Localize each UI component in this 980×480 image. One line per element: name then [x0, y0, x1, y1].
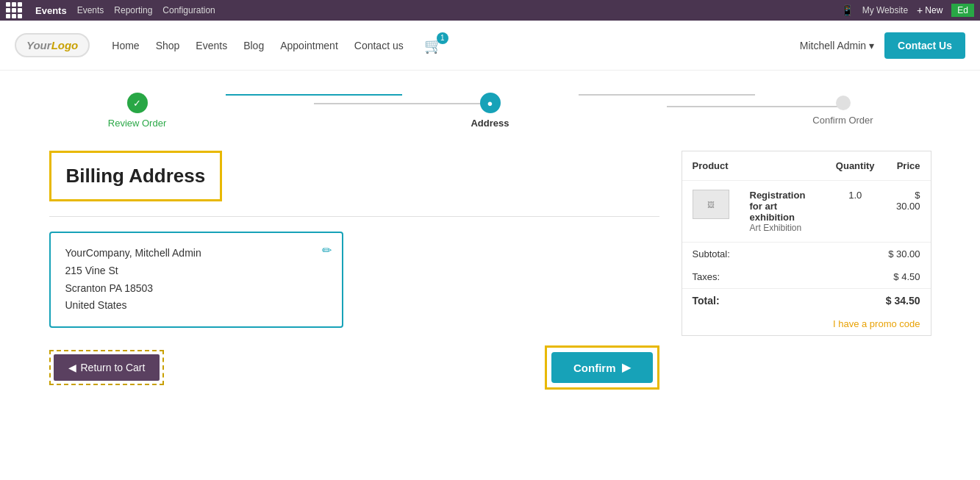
- address-card: YourCompany, Mitchell Admin 215 Vine St …: [49, 232, 343, 328]
- top-nav-events[interactable]: Events: [77, 5, 104, 15]
- address-country: United States: [65, 297, 327, 315]
- new-button[interactable]: + New: [917, 4, 943, 16]
- return-btn-wrapper: ◀ Return to Cart: [49, 350, 165, 385]
- taxes-value: $ 4.50: [893, 271, 920, 282]
- user-name: Mitchell Admin: [800, 40, 866, 51]
- subtotal-row: Subtotal: $ 30.00: [682, 243, 931, 265]
- nav-events[interactable]: Events: [196, 40, 227, 51]
- product-qty: 1.0: [826, 181, 885, 243]
- apps-menu-icon[interactable]: [6, 2, 22, 18]
- app-name[interactable]: Events: [35, 5, 67, 16]
- nav-shop[interactable]: Shop: [156, 40, 180, 51]
- nav-home[interactable]: Home: [112, 40, 139, 51]
- confirm-arrow-icon: ▶: [622, 361, 631, 374]
- website-nav-links: Home Shop Events Blog Appointment Contac…: [112, 37, 442, 54]
- step-label-confirm: Confirm Order: [812, 115, 873, 126]
- top-bar: Events Events Reporting Configuration 📱 …: [0, 0, 980, 21]
- step-connector-1: [226, 94, 402, 96]
- step-label-review: Review Order: [108, 118, 166, 129]
- cart-area[interactable]: 🛒 1: [424, 37, 443, 54]
- col-quantity: Quantity: [826, 151, 885, 181]
- address-city: Scranton PA 18503: [65, 280, 327, 298]
- logo[interactable]: Your Logo: [15, 33, 90, 57]
- step-review-order: ✓ Review Order: [49, 93, 226, 129]
- taxes-row: Taxes: $ 4.50: [682, 265, 931, 288]
- promo-code-link[interactable]: I have a promo code: [682, 312, 931, 335]
- order-table: Product Quantity Price 🖼 Registration fo…: [682, 151, 931, 243]
- order-item-row: 🖼 Registration for art exhibition Art Ex…: [682, 181, 931, 243]
- taxes-label: Taxes:: [693, 271, 720, 282]
- product-price: $ 30.00: [885, 181, 931, 243]
- step-circle-active: ●: [480, 93, 501, 113]
- logo-your: Your: [26, 39, 51, 51]
- nav-right: Mitchell Admin ▾ Contact Us: [800, 32, 965, 59]
- billing-layout: Billing Address YourCompany, Mitchell Ad…: [49, 151, 931, 390]
- product-sub: Art Exhibition: [750, 223, 815, 233]
- user-dropdown-icon: ▾: [869, 40, 874, 51]
- step-circle-done: ✓: [127, 93, 148, 113]
- billing-left: Billing Address YourCompany, Mitchell Ad…: [49, 151, 659, 390]
- confirm-btn-label: Confirm: [573, 362, 616, 374]
- step-circle-inactive: [836, 96, 851, 110]
- address-street: 215 Vine St: [65, 262, 327, 280]
- nav-contact-us[interactable]: Contact us: [354, 40, 404, 51]
- subtotal-value: $ 30.00: [888, 248, 920, 259]
- address-edit-icon[interactable]: ✏: [322, 243, 332, 257]
- step-label-address: Address: [471, 118, 509, 129]
- return-arrow-icon: ◀: [68, 362, 76, 373]
- top-nav: Events Reporting Configuration: [77, 5, 215, 15]
- confirm-btn-wrapper: Confirm ▶: [545, 345, 659, 390]
- nav-appointment[interactable]: Appointment: [280, 40, 338, 51]
- progress-steps: ✓ Review Order ● Address Confirm Order: [49, 93, 931, 129]
- step-confirm-order: Confirm Order: [755, 96, 931, 126]
- top-nav-configuration[interactable]: Configuration: [162, 5, 215, 15]
- buttons-row: ◀ Return to Cart Confirm ▶: [49, 345, 659, 390]
- address-company: YourCompany, Mitchell Admin: [65, 245, 327, 262]
- col-product: Product: [682, 151, 826, 181]
- product-name: Registration for art exhibition: [750, 190, 815, 223]
- logo-text: Logo: [51, 39, 79, 51]
- total-value: $ 34.50: [886, 295, 920, 307]
- billing-heading: Billing Address: [66, 165, 206, 187]
- return-btn-label: Return to Cart: [81, 362, 146, 373]
- divider: [49, 216, 659, 217]
- billing-heading-box: Billing Address: [49, 151, 223, 201]
- mobile-icon: 📱: [841, 4, 854, 16]
- total-row: Total: $ 34.50: [682, 288, 931, 312]
- subtotal-label: Subtotal:: [693, 248, 730, 259]
- nav-blog[interactable]: Blog: [243, 40, 264, 51]
- edit-button[interactable]: Ed: [951, 4, 974, 17]
- my-website-link[interactable]: My Website: [862, 5, 908, 15]
- top-nav-reporting[interactable]: Reporting: [114, 5, 152, 15]
- step-connector-2: [579, 94, 755, 96]
- contact-us-button[interactable]: Contact Us: [884, 32, 965, 59]
- step-address: ● Address: [402, 93, 579, 129]
- main-content: ✓ Review Order ● Address Confirm Order B…: [20, 71, 961, 412]
- cart-badge: 1: [437, 32, 448, 44]
- order-summary: Product Quantity Price 🖼 Registration fo…: [682, 151, 931, 336]
- return-to-cart-button[interactable]: ◀ Return to Cart: [54, 354, 160, 381]
- product-image: 🖼: [693, 190, 729, 219]
- total-label: Total:: [693, 295, 720, 307]
- col-price: Price: [885, 151, 931, 181]
- user-menu-button[interactable]: Mitchell Admin ▾: [800, 40, 874, 51]
- confirm-button[interactable]: Confirm ▶: [551, 352, 653, 383]
- website-nav: Your Logo Home Shop Events Blog Appointm…: [0, 21, 980, 71]
